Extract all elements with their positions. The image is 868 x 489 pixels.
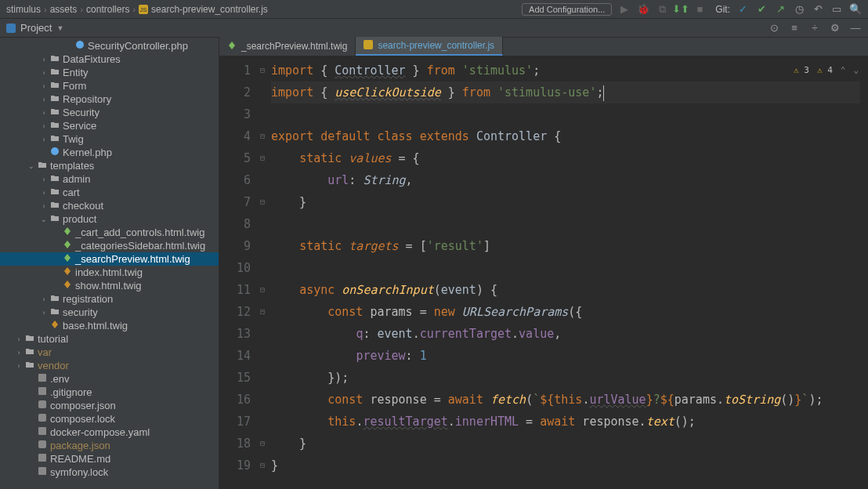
- breadcrumb[interactable]: stimulus › assets › controllers › JS sea…: [6, 4, 268, 15]
- project-sidebar[interactable]: SecurityController.php›DataFixtures›Enti…: [0, 38, 219, 489]
- fold-marker[interactable]: ⊟: [257, 279, 268, 301]
- tree-item[interactable]: ›cart: [0, 186, 219, 199]
- breadcrumb-item[interactable]: controllers: [86, 4, 129, 15]
- line-number[interactable]: 14: [219, 345, 251, 367]
- code-line[interactable]: preview: 1: [271, 345, 868, 367]
- fold-marker[interactable]: ⊟: [257, 147, 268, 169]
- fold-marker[interactable]: [257, 389, 268, 411]
- tree-item[interactable]: ›tutorial: [0, 332, 219, 346]
- tree-item[interactable]: show.html.twig: [0, 279, 219, 292]
- code-line[interactable]: }: [271, 433, 868, 455]
- fold-marker[interactable]: [257, 235, 268, 257]
- git-push-icon[interactable]: ↗: [774, 3, 787, 16]
- fold-marker[interactable]: ⊟: [257, 433, 268, 455]
- line-number[interactable]: 7: [219, 191, 251, 213]
- line-number[interactable]: 3: [219, 103, 251, 125]
- file-tree[interactable]: SecurityController.php›DataFixtures›Enti…: [0, 38, 219, 480]
- fold-marker[interactable]: [257, 323, 268, 345]
- tree-item[interactable]: ›Entity: [0, 66, 219, 79]
- tree-item[interactable]: Kernel.php: [0, 146, 219, 159]
- fold-column[interactable]: ⊟⊟⊟⊟⊟⊟⊟⊟: [257, 56, 268, 489]
- fold-marker[interactable]: [257, 213, 268, 235]
- settings-icon[interactable]: ⚙: [829, 22, 841, 34]
- git-commit-icon[interactable]: ✔: [755, 3, 768, 16]
- line-number[interactable]: 10: [219, 257, 251, 279]
- breadcrumb-item[interactable]: stimulus: [6, 4, 41, 15]
- tree-item[interactable]: _categoriesSidebar.html.twig: [0, 239, 219, 252]
- tree-item[interactable]: ›Form: [0, 79, 219, 92]
- breadcrumb-file[interactable]: JS search-preview_controller.js: [139, 4, 268, 15]
- tree-item[interactable]: ›Twig: [0, 132, 219, 146]
- tree-item[interactable]: ›security: [0, 306, 219, 319]
- tree-item[interactable]: .gitignore: [0, 386, 219, 399]
- tree-item[interactable]: _searchPreview.html.twig: [0, 252, 219, 266]
- line-number[interactable]: 8: [219, 213, 251, 235]
- code-line[interactable]: }: [271, 455, 868, 476]
- collapse-all-icon[interactable]: ÷: [808, 22, 821, 34]
- tree-item[interactable]: ›Repository: [0, 92, 219, 106]
- tree-item[interactable]: composer.lock: [0, 412, 219, 426]
- inspection-badges[interactable]: ⚠ 3 ⚠ 4 ⌃ ⌄: [794, 60, 859, 82]
- editor-tabs[interactable]: _searchPreview.html.twigsearch-preview_c…: [219, 38, 868, 56]
- line-number[interactable]: 5: [219, 147, 251, 169]
- fold-marker[interactable]: ⊟: [257, 455, 268, 476]
- git-update-icon[interactable]: ✓: [736, 3, 749, 16]
- fold-marker[interactable]: [257, 82, 268, 103]
- code-line[interactable]: url: String,: [271, 169, 868, 191]
- edit-icon[interactable]: ▭: [830, 3, 843, 16]
- line-number[interactable]: 2: [219, 82, 251, 103]
- line-number[interactable]: 4: [219, 125, 251, 147]
- tree-item[interactable]: symfony.lock: [0, 465, 219, 479]
- fold-marker[interactable]: [257, 169, 268, 191]
- line-number[interactable]: 12: [219, 301, 251, 323]
- code-line[interactable]: const params = new URLSearchParams({: [271, 301, 868, 323]
- code-line[interactable]: }: [271, 191, 868, 213]
- tree-item[interactable]: composer.json: [0, 399, 219, 412]
- fold-marker[interactable]: ⊟: [257, 125, 268, 147]
- hide-icon[interactable]: —: [849, 22, 862, 34]
- fold-marker[interactable]: [257, 367, 268, 389]
- line-number[interactable]: 19: [219, 455, 251, 476]
- code-line[interactable]: const response = await fetch(`${this.url…: [271, 389, 868, 411]
- tree-item[interactable]: index.html.twig: [0, 266, 219, 279]
- next-highlight-icon[interactable]: ⌄: [853, 60, 859, 82]
- line-number[interactable]: 6: [219, 169, 251, 191]
- code-line[interactable]: [271, 257, 868, 279]
- code-line[interactable]: static values = {: [271, 147, 868, 169]
- editor-tab[interactable]: search-preview_controller.js: [356, 37, 503, 56]
- fold-marker[interactable]: [257, 103, 268, 125]
- code-editor[interactable]: 12345678910111213141516171819 ⊟⊟⊟⊟⊟⊟⊟⊟ i…: [219, 56, 868, 489]
- fold-marker[interactable]: [257, 411, 268, 433]
- code-line[interactable]: [271, 103, 868, 125]
- tree-item[interactable]: ›DataFixtures: [0, 53, 219, 66]
- tree-item[interactable]: ›Security: [0, 106, 219, 119]
- expand-all-icon[interactable]: ≡: [788, 22, 801, 34]
- code-line[interactable]: export default class extends Controller …: [271, 125, 868, 147]
- search-everywhere-icon[interactable]: 🔍: [849, 3, 862, 16]
- editor-tab[interactable]: _searchPreview.html.twig: [219, 37, 356, 56]
- tree-item[interactable]: README.md: [0, 452, 219, 465]
- code-line[interactable]: [271, 213, 868, 235]
- tree-item[interactable]: ›checkout: [0, 199, 219, 212]
- line-number[interactable]: 15: [219, 367, 251, 389]
- history-icon[interactable]: ◷: [793, 3, 805, 16]
- tree-item[interactable]: .env: [0, 372, 219, 386]
- code-line[interactable]: this.resultTarget.innerHTML = await resp…: [271, 411, 868, 433]
- code-line[interactable]: static targets = ['result']: [271, 235, 868, 257]
- line-number[interactable]: 17: [219, 411, 251, 433]
- tree-item[interactable]: SecurityController.php: [0, 39, 219, 53]
- code-line[interactable]: q: event.currentTarget.value,: [271, 323, 868, 345]
- tree-item[interactable]: package.json: [0, 439, 219, 452]
- fold-marker[interactable]: ⊟: [257, 191, 268, 213]
- tree-item[interactable]: base.html.twig: [0, 319, 219, 332]
- undo-icon[interactable]: ↶: [812, 3, 824, 16]
- line-number[interactable]: 13: [219, 323, 251, 345]
- run-icon[interactable]: ▶: [618, 3, 631, 16]
- tree-item[interactable]: docker-compose.yaml: [0, 426, 219, 439]
- line-number[interactable]: 16: [219, 389, 251, 411]
- tree-item[interactable]: ›admin: [0, 172, 219, 186]
- tree-item[interactable]: ⌄product: [0, 212, 219, 226]
- add-configuration-button[interactable]: Add Configuration...: [522, 3, 612, 16]
- code-line[interactable]: });: [271, 367, 868, 389]
- tree-item[interactable]: ›var: [0, 346, 219, 359]
